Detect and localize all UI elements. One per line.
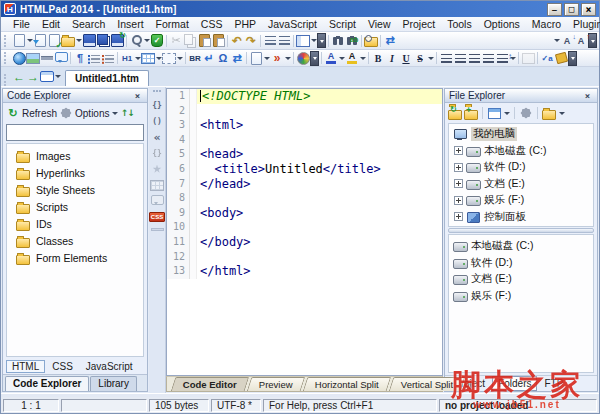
outdent-icon[interactable] <box>277 33 291 48</box>
code-line[interactable]: 4 <box>167 133 442 148</box>
tree-item-scripts[interactable]: Scripts <box>7 198 143 215</box>
options-button[interactable]: Options <box>75 108 109 119</box>
unordered-list-icon[interactable] <box>87 51 101 66</box>
menu-script[interactable]: Script <box>323 18 362 30</box>
code-line[interactable]: 6 <title>Untitled</title> <box>167 162 442 177</box>
tab-ftp[interactable]: FTP <box>538 376 569 391</box>
tree-item-drive-d[interactable]: 软件 (D:) <box>449 159 593 176</box>
highlight-color-icon[interactable] <box>345 51 359 66</box>
menu-format[interactable]: Format <box>150 18 195 30</box>
curly-braces-icon[interactable] <box>150 98 165 112</box>
toolbar-overflow-icon[interactable] <box>317 33 326 48</box>
toolbar-overflow-icon[interactable] <box>310 51 319 66</box>
panel-close-icon[interactable]: × <box>132 90 143 101</box>
code-editor[interactable]: 1<!DOCTYPE HTML> 2 3<html> 4 5<head> 6 <… <box>166 88 443 376</box>
tree-item-classes[interactable]: Classes <box>7 232 143 249</box>
forward-arrow-icon[interactable] <box>26 69 40 84</box>
image-icon[interactable] <box>26 51 40 66</box>
options-dropdown-icon[interactable] <box>111 106 118 121</box>
code-line[interactable]: 5<head> <box>167 147 442 162</box>
convert-case-icon[interactable] <box>270 51 284 66</box>
tree-item-my-computer[interactable]: 我的电脑 <box>449 126 593 143</box>
refresh-button[interactable]: Refresh <box>22 108 57 119</box>
frame-icon[interactable] <box>521 51 535 66</box>
toolbar-grip[interactable] <box>4 74 9 86</box>
refresh-icon[interactable] <box>6 106 20 121</box>
menu-search[interactable]: Search <box>66 18 111 30</box>
drive-item-f[interactable]: 娱乐 (F:) <box>449 288 593 305</box>
snippet-dropdown-icon[interactable] <box>263 51 270 66</box>
underline-icon[interactable] <box>399 51 413 66</box>
tree-item-images[interactable]: Images <box>7 147 143 164</box>
tab-css[interactable]: CSS <box>46 360 79 373</box>
split-view-icon[interactable] <box>296 33 310 48</box>
expand-icon[interactable] <box>454 196 463 205</box>
open-file-icon[interactable] <box>33 33 47 48</box>
tree-item-drive-c[interactable]: 本地磁盘 (C:) <box>449 143 593 160</box>
ordered-list-icon[interactable] <box>101 51 115 66</box>
heading-dropdown-icon[interactable] <box>134 51 141 66</box>
justify-icon[interactable] <box>481 51 495 66</box>
find-in-files-icon[interactable] <box>364 33 378 48</box>
zoom-in-icon[interactable] <box>574 33 588 48</box>
new-folder-icon[interactable] <box>464 106 478 121</box>
menu-file[interactable]: File <box>7 18 36 30</box>
tree-item-ids[interactable]: IDs <box>7 215 143 232</box>
format-painter-icon[interactable] <box>554 51 568 66</box>
toolbar-overflow-icon[interactable] <box>568 51 577 66</box>
menu-macro[interactable]: Macro <box>526 18 567 30</box>
undo-icon[interactable] <box>230 33 244 48</box>
menu-javascript[interactable]: JavaScript <box>262 18 323 30</box>
curly-braces-alt-icon[interactable] <box>150 146 165 160</box>
expand-icon[interactable] <box>454 179 463 188</box>
comment-balloon-icon[interactable] <box>150 194 165 208</box>
special-character-icon[interactable] <box>216 51 230 66</box>
menu-tools[interactable]: Tools <box>441 18 478 30</box>
strikethrough-icon[interactable] <box>413 51 427 66</box>
div-dropdown-icon[interactable] <box>176 51 183 66</box>
tab-preview[interactable]: Preview <box>247 377 305 391</box>
minimize-icon[interactable] <box>547 3 562 16</box>
drive-item-c[interactable]: 本地磁盘 (C:) <box>449 238 593 255</box>
menu-options[interactable]: Options <box>478 18 526 30</box>
close-icon[interactable] <box>581 3 596 16</box>
panel-splitter[interactable] <box>448 228 594 233</box>
highlight-color-dropdown-icon[interactable] <box>359 51 366 66</box>
menu-php[interactable]: PHP <box>228 18 262 30</box>
tree-item-drive-f[interactable]: 娱乐 (F:) <box>449 192 593 209</box>
code-line[interactable]: 13</html> <box>167 264 442 279</box>
tab-code-editor[interactable]: Code Editor <box>171 377 249 391</box>
expand-icon[interactable] <box>454 212 463 221</box>
code-line[interactable]: 11</body> <box>167 235 442 250</box>
bold-icon[interactable] <box>371 51 385 66</box>
find-icon[interactable] <box>331 33 345 48</box>
hyperlink-icon[interactable] <box>12 51 26 66</box>
code-line[interactable]: 8 <box>167 191 442 206</box>
tab-html[interactable]: HTML <box>6 360 45 373</box>
cut-icon[interactable] <box>169 33 183 48</box>
redo-icon[interactable] <box>244 33 258 48</box>
tree-item-style-sheets[interactable]: Style Sheets <box>7 181 143 198</box>
guillemet-icon[interactable] <box>150 130 165 144</box>
tag-navigate-icon[interactable] <box>383 33 397 48</box>
code-line[interactable]: 10 <box>167 220 442 235</box>
tree-item-control-panel[interactable]: 控制面板 <box>449 209 593 226</box>
browser-dropdown-icon[interactable] <box>54 69 61 84</box>
indent-icon[interactable] <box>263 33 277 48</box>
toolbar-grip[interactable] <box>4 52 9 64</box>
refresh-folder-icon[interactable] <box>448 106 462 121</box>
paste-special-icon[interactable] <box>211 33 225 48</box>
align-left-icon[interactable] <box>439 51 453 66</box>
search-dropdown-icon[interactable] <box>143 33 150 48</box>
menu-view[interactable]: View <box>362 18 397 30</box>
folder-options-icon[interactable] <box>542 106 556 121</box>
css-badge-icon[interactable] <box>150 210 165 224</box>
code-line[interactable]: 7</head> <box>167 177 442 192</box>
validate-document-icon[interactable] <box>47 33 61 48</box>
save-all-icon[interactable] <box>110 33 124 48</box>
align-right-icon[interactable] <box>467 51 481 66</box>
snippet-icon[interactable] <box>249 51 263 66</box>
find-and-replace-icon[interactable] <box>345 33 359 48</box>
line-break-icon[interactable] <box>188 51 202 66</box>
table-grid-icon[interactable] <box>150 178 165 192</box>
